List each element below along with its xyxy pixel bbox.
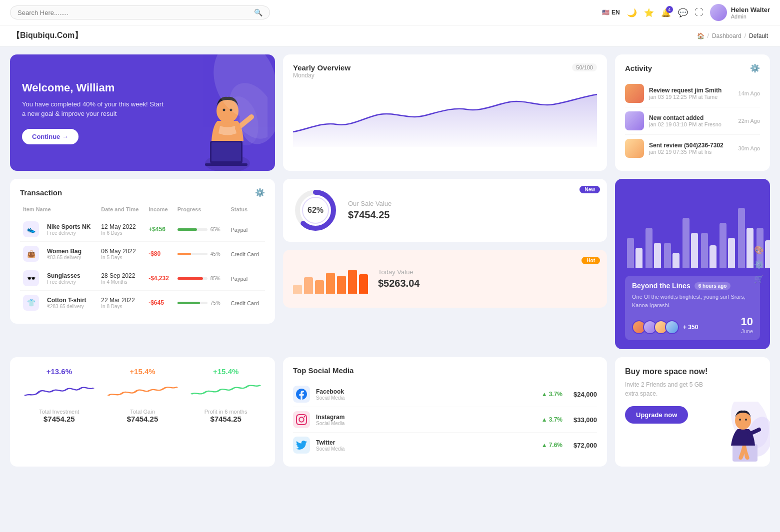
bar-chart-card: Beyond the Lines 6 hours ago One Of the … — [615, 179, 770, 349]
today-value-card: Today Value $5263.04 Hot — [283, 250, 607, 308]
activity-thumb-2 — [625, 139, 644, 158]
transaction-gear-icon[interactable]: ⚙️ — [255, 188, 265, 197]
progress-wrap-3: 75% — [178, 300, 225, 306]
today-amount: $5263.04 — [378, 278, 597, 289]
bar-white-6 — [746, 228, 754, 268]
date-main-0: 12 May 2022 — [101, 223, 142, 230]
sale-percent: 62% — [308, 206, 324, 215]
bottom-row: +13.6% Total Investment $7454.25 +15.4% … — [0, 357, 780, 475]
continue-button[interactable]: Continue → — [22, 129, 78, 144]
sparkline-value-2: $7454.25 — [210, 415, 242, 423]
activity-title-2: Sent review (504)236-7302 — [649, 142, 734, 149]
star-icon[interactable]: ⭐ — [644, 8, 654, 17]
search-icon: 🔍 — [254, 8, 262, 16]
sparkline-value-1: $7454.25 — [127, 415, 158, 423]
svg-point-8 — [230, 109, 232, 111]
social-cat-instagram: Social Media — [316, 421, 536, 426]
sparkline-pct-1: +15.4% — [130, 367, 155, 376]
bar-white-0 — [636, 248, 642, 268]
svg-rect-4 — [212, 142, 241, 161]
event-row: + 350 10 June — [632, 315, 753, 334]
social-cat-facebook: Social Media — [316, 395, 536, 401]
facebook-icon — [293, 386, 310, 403]
sparkline-card: +13.6% Total Investment $7454.25 +15.4% … — [10, 357, 275, 467]
event-info: Beyond the Lines 6 hours ago One Of the … — [625, 276, 760, 340]
sale-donut: 62% — [293, 188, 338, 233]
progress-bar-2 — [178, 277, 208, 280]
search-bar[interactable]: 🔍 — [10, 5, 270, 19]
bar-4 — [337, 276, 346, 294]
bar-5 — [348, 270, 357, 294]
social-cat-twitter: Social Media — [316, 446, 536, 452]
darkmode-icon[interactable]: 🌙 — [627, 8, 637, 17]
bar-2 — [315, 280, 324, 294]
expand-icon[interactable]: ⛶ — [695, 8, 703, 17]
sparkline-label-0: Total Investment — [39, 409, 79, 415]
progress-pct-3: 75% — [210, 300, 220, 306]
date-sub-0: In 6 Days — [101, 230, 142, 236]
yearly-card: Yearly Overview Monday 50/100 — [283, 54, 607, 171]
activity-thumb-0 — [625, 84, 644, 103]
cart-icon[interactable]: 🛒 — [754, 274, 764, 283]
sparkline-pct-0: +13.6% — [46, 367, 72, 376]
sparkline-svg-0 — [20, 380, 98, 405]
social-item-twitter: Twitter Social Media ▲7.6% $72,000 — [293, 433, 597, 458]
bar-white-1 — [654, 243, 661, 268]
col-income: Income — [146, 204, 174, 217]
chat-icon[interactable]: 💬 — [678, 8, 688, 17]
bar-light-2 — [664, 243, 671, 268]
user-info[interactable]: Helen Walter Admin — [710, 4, 770, 21]
activity-sub-0: jan 03 19 12:25 PM at Tame — [649, 94, 734, 100]
yearly-badge: 50/100 — [572, 63, 597, 71]
bar-white-5 — [728, 238, 735, 268]
progress-wrap-1: 45% — [178, 251, 225, 257]
table-row: 🕶️ Sunglasses Free delivery 28 Sep 2022 … — [20, 266, 265, 291]
social-val-facebook: $24,000 — [574, 391, 597, 398]
breadcrumb-sep1: / — [708, 32, 709, 39]
activity-info-1: New contact added jan 02 19 03:10 PM at … — [649, 114, 734, 127]
settings-icon[interactable]: ⚙️ — [754, 259, 764, 269]
yearly-subtitle: Monday — [293, 72, 350, 79]
activity-card: Activity ⚙️ Review request jim Smith jan… — [615, 54, 770, 171]
upgrade-content: Buy more space now! Invite 2 Friends and… — [625, 367, 708, 424]
lang-button[interactable]: 🇺🇸 EN — [602, 9, 620, 16]
sparkline-svg-2 — [186, 380, 265, 405]
activity-sub-2: jan 02 19 07:35 PM at Iris — [649, 149, 734, 155]
bar-group-0 — [627, 238, 642, 268]
table-row: 👟 Nike Sports NK Free delivery 12 May 20… — [20, 217, 265, 242]
transaction-card: Transaction ⚙️ Item Name Date and Time I… — [10, 179, 275, 324]
bar-group-4 — [701, 233, 716, 268]
search-input[interactable] — [18, 9, 254, 16]
bar-light-5 — [720, 223, 726, 268]
bar-group-2 — [664, 243, 680, 268]
flag-icon: 🇺🇸 — [602, 9, 610, 16]
sale-label: Our Sale Value — [348, 200, 597, 207]
date-sub-1: In 5 Days — [101, 255, 142, 260]
yearly-title: Yearly Overview — [293, 63, 350, 72]
today-label: Today Value — [378, 268, 597, 276]
bar-3 — [326, 273, 335, 294]
brand-bar: 【Biqubiqu.Com】 🏠 / Dashboard / Default — [0, 25, 780, 46]
sparkline-profit: +15.4% Profit in 6 months $7454.25 — [186, 367, 265, 457]
notification-icon[interactable]: 🔔 4 — [661, 8, 671, 17]
bar-white-4 — [710, 245, 716, 268]
user-name: Helen Walter — [731, 6, 770, 13]
bar-white-2 — [672, 253, 680, 268]
progress-wrap-0: 65% — [178, 227, 225, 232]
breadcrumb-home[interactable]: 🏠 — [697, 32, 704, 39]
palette-icon[interactable]: 🎨 — [754, 245, 764, 254]
item-name-1: Women Bag — [47, 248, 95, 255]
bar-chart-icons: 🎨 ⚙️ 🛒 — [754, 245, 764, 283]
progress-bar-0 — [178, 228, 208, 231]
social-title: Top Social Media — [293, 366, 597, 375]
activity-gear-icon[interactable]: ⚙️ — [750, 63, 760, 73]
progress-wrap-2: 85% — [178, 276, 225, 281]
item-name-0: Nike Sports NK — [47, 223, 95, 230]
bars-area — [625, 188, 760, 268]
progress-pct-2: 85% — [210, 276, 220, 281]
upgrade-button[interactable]: Upgrade now — [625, 406, 688, 424]
payment-0: Paypal — [231, 227, 248, 233]
item-icon-2: 🕶️ — [23, 270, 39, 286]
breadcrumb-dashboard[interactable]: Dashboard — [712, 32, 742, 39]
sparkline-value-0: $7454.25 — [44, 415, 75, 423]
